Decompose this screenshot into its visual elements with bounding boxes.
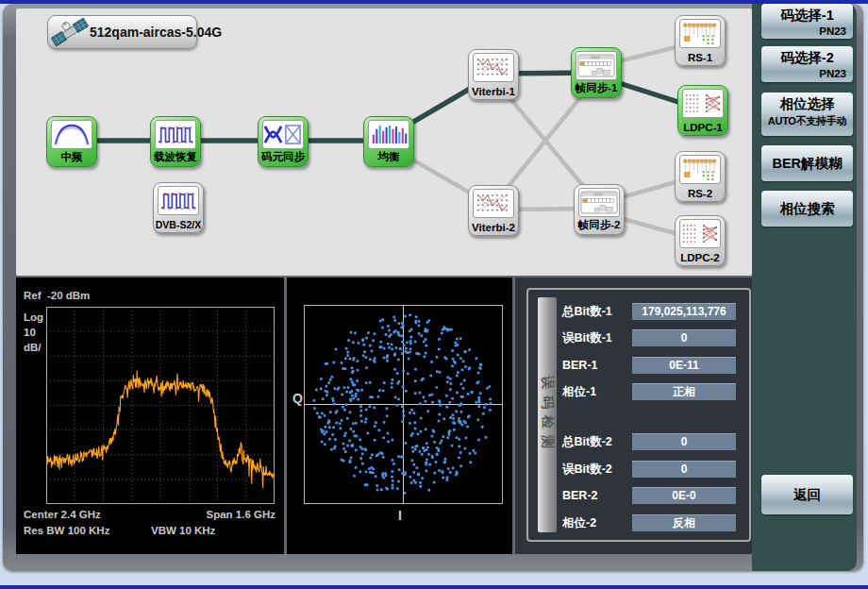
total-bits-1-value: 179,025,113,776 [632,303,736,320]
ber-row: 总Bit数-1179,025,113,776 [562,303,742,320]
ber-row: 误Bit数-20 [562,461,742,478]
eye-diagram-icon [262,120,304,149]
ber-row: BER-20E-0 [562,487,742,504]
signal-title-label: 512qam-aircas-5.04G [90,25,222,40]
ldpc-graph-icon [682,89,724,118]
bottom-blue-strip [0,585,868,589]
node-ldpc-2[interactable]: LDPC-2 [675,215,726,266]
square-wave-icon [155,120,196,149]
node-frame-sync-2[interactable]: 帧同步-2 [574,184,625,235]
ber-side-label: 误码检测 [539,376,556,455]
node-viterbi-2[interactable]: Viterbi-2 [468,185,519,236]
rs-code-icon [679,19,721,48]
node-symbol-sync[interactable]: 码元同步 [258,116,309,167]
error-bits-1-value: 0 [632,329,736,346]
error-bits-2-value: 0 [632,461,736,478]
code-select-1-button[interactable]: 码选择-1 PN23 [761,4,853,39]
node-rs-1[interactable]: RS-1 [675,15,726,66]
ber-deambiguity-button[interactable]: BER解模糊 [761,145,853,181]
ber-1-value: 0E-11 [632,357,736,374]
ber-box: 误码检测 总Bit数-1179,025,113,776 误Bit数-10 BER… [526,288,751,542]
square-wave-icon [158,186,199,215]
ldpc-graph-icon [679,219,721,248]
code-select-2-button[interactable]: 码选择-2 PN23 [761,46,853,82]
ber-panel: 误码检测 总Bit数-1179,025,113,776 误Bit数-10 BER… [515,278,752,554]
ber-row: BER-10E-11 [562,357,742,374]
ber-side-bar: 误码检测 [538,297,557,532]
ber-row: 相位-1正相 [562,383,742,400]
phase-2-value: 反相 [632,514,736,531]
signal-title-button[interactable]: 512qam-aircas-5.04G [47,15,197,49]
bottom-panels: Ref -20 dBm Log 10 dB/ Center 2.4 GHz Sp… [16,278,752,554]
node-carrier-recovery[interactable]: 载波恢复 [150,116,201,167]
node-rs-2[interactable]: RS-2 [675,151,726,202]
ber-2-value: 0E-0 [632,487,736,504]
spectrum-scale-db: dB/ [24,342,42,353]
spectrum-ref-label: Ref -20 dBm [24,290,90,301]
i-axis-label: I [398,508,402,523]
frame-sync-icon [576,51,617,80]
total-bits-2-value: 0 [632,433,736,450]
node-dvb-s2x[interactable]: DVB-S2/X [153,182,204,233]
node-ldpc-1[interactable]: LDPC-1 [677,85,728,136]
spectrum-center-label: Center 2.4 GHz [24,509,101,520]
spectrum-scale-log: Log [24,311,43,323]
node-equalizer[interactable]: 均衡 [363,116,414,167]
ber-row: 误Bit数-10 [562,329,742,346]
spectrum-panel: Ref -20 dBm Log 10 dB/ Center 2.4 GHz Sp… [16,278,284,554]
trellis-icon [473,189,514,218]
equalizer-bars-icon [368,120,409,149]
spectrum-scale-10: 10 [24,327,36,338]
node-frame-sync-1[interactable]: 帧同步-1 [571,47,622,98]
ber-row: 总Bit数-20 [562,433,742,450]
frame-sync-icon [578,188,620,217]
spectrum-vbw-label: VBW 10 KHz [151,525,215,536]
rs-code-icon [679,155,721,184]
phase-1-value: 正相 [632,383,736,400]
main-window: 512qam-aircas-5.04G 中频 载波恢复 码元同步 [3,4,863,571]
constellation-plot [304,305,503,504]
satellite-icon [50,13,90,51]
constellation-panel: Q I [287,278,512,554]
ber-row: 相位-2反相 [562,514,742,531]
trellis-icon [473,53,514,82]
back-button[interactable]: 返回 [761,475,853,514]
spectrum-rbw-label: Res BW 100 KHz [24,525,109,536]
node-if[interactable]: 中频 [46,116,97,167]
phase-select-button[interactable]: 相位选择 AUTO不支持手动 [761,93,853,136]
right-sidebar: 码选择-1 PN23 码选择-2 PN23 相位选择 AUTO不支持手动 BER… [752,4,857,571]
bandpass-spectrum-icon [51,120,92,149]
app-page: 512qam-aircas-5.04G 中频 载波恢复 码元同步 [0,0,868,589]
spectrum-span-label: Span 1.6 GHz [207,509,276,520]
q-axis-label: Q [292,391,303,406]
node-viterbi-1[interactable]: Viterbi-1 [468,49,519,100]
spectrum-plot [46,307,275,504]
phase-search-button[interactable]: 相位搜索 [761,191,853,227]
demod-flow-diagram: 512qam-aircas-5.04G 中频 载波恢复 码元同步 [16,8,752,276]
